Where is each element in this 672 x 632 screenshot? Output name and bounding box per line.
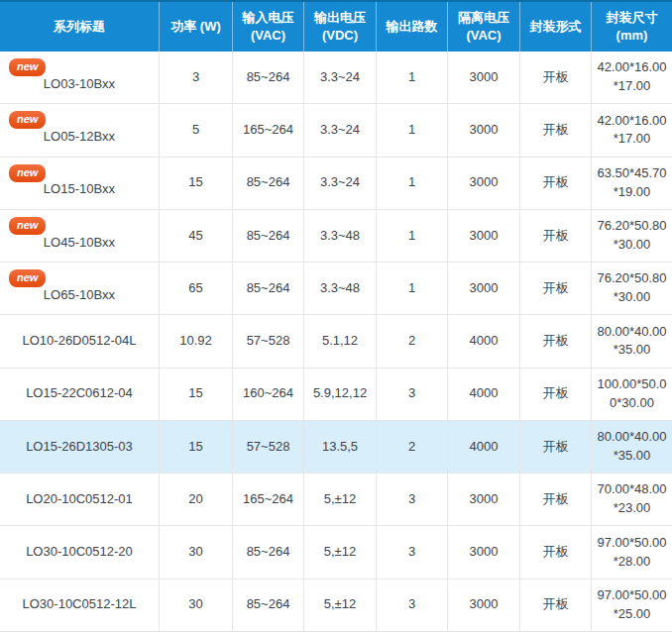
- cell-power: 3: [160, 52, 233, 104]
- cell-package-size: 76.20*50.80*30.00: [592, 210, 672, 263]
- cell-input-voltage: 85~264: [233, 158, 304, 210]
- cell-series[interactable]: new LO15-10Bxx: [0, 158, 160, 210]
- header-cell-isolation-voltage: 隔离电压 (VAC): [448, 2, 520, 52]
- cell-input-voltage: 85~264: [233, 526, 304, 579]
- cell-power: 30: [160, 579, 233, 632]
- cell-series[interactable]: new LO05-12Bxx: [0, 104, 160, 157]
- cell-output-voltage: 13.5,5: [304, 421, 377, 474]
- series-name: LO30-10C0512-20: [26, 543, 133, 562]
- series-name: LO30-10C0512-12L: [23, 595, 137, 614]
- cell-output-voltage: 3.3~48: [304, 210, 377, 263]
- cell-package-type: 开板: [520, 526, 592, 579]
- cell-output-voltage: 3.3~48: [304, 263, 377, 315]
- cell-series[interactable]: new LO65-10Bxx: [0, 263, 160, 315]
- cell-isolation-voltage: 3000: [448, 52, 520, 104]
- cell-package-size: 80.00*40.00*35.00: [592, 315, 672, 368]
- cell-series[interactable]: new LO15-26D1305-03: [0, 421, 160, 474]
- cell-series[interactable]: new LO45-10Bxx: [0, 210, 160, 263]
- table-row[interactable]: new LO15-10Bxx 15 85~264 3.3~24 1 3000 开…: [0, 158, 672, 210]
- series-name: LO15-10Bxx: [44, 180, 115, 199]
- cell-output-channels: 3: [377, 579, 448, 632]
- series-name: LO15-26D1305-03: [26, 438, 133, 457]
- cell-power: 15: [160, 421, 233, 474]
- cell-power: 45: [160, 210, 233, 263]
- cell-isolation-voltage: 4000: [448, 369, 520, 421]
- cell-package-size: 42.00*16.00*17.00: [592, 104, 672, 157]
- cell-series[interactable]: new LO15-22C0612-04: [0, 369, 160, 421]
- new-badge: new: [9, 217, 46, 235]
- table-row[interactable]: new LO65-10Bxx 65 85~264 3.3~48 1 3000 开…: [0, 263, 672, 315]
- cell-output-voltage: 5,±12: [304, 474, 377, 526]
- cell-input-voltage: 57~528: [233, 421, 304, 474]
- cell-series[interactable]: new LO30-10C0512-12L: [0, 579, 160, 632]
- cell-output-channels: 1: [377, 210, 448, 263]
- table-row[interactable]: new LO05-12Bxx 5 165~264 3.3~24 1 3000 开…: [0, 104, 672, 157]
- cell-power: 15: [160, 369, 233, 421]
- cell-isolation-voltage: 3000: [448, 263, 520, 315]
- cell-output-channels: 3: [377, 474, 448, 526]
- new-badge: new: [9, 164, 46, 182]
- cell-output-channels: 2: [377, 421, 448, 474]
- header-cell-power: 功率 (W): [160, 2, 233, 52]
- cell-series[interactable]: new LO10-26D0512-04L: [0, 315, 160, 368]
- cell-output-channels: 3: [377, 369, 448, 421]
- series-name: LO03-10Bxx: [44, 75, 115, 94]
- cell-package-size: 70.00*48.00*23.00: [592, 474, 672, 526]
- cell-input-voltage: 165~264: [233, 474, 304, 526]
- new-badge: new: [9, 269, 46, 287]
- cell-output-voltage: 5,±12: [304, 579, 377, 632]
- series-name: LO20-10C0512-01: [26, 490, 133, 509]
- cell-output-channels: 2: [377, 315, 448, 368]
- cell-input-voltage: 85~264: [233, 210, 304, 263]
- header-cell-input-voltage: 输入电压 (VAC): [233, 2, 304, 52]
- cell-package-size: 97.00*50.00*25.00: [592, 579, 672, 632]
- series-name: LO05-12Bxx: [44, 128, 115, 147]
- cell-output-voltage: 3.3~24: [304, 158, 377, 210]
- cell-package-type: 开板: [520, 421, 592, 474]
- header-cell-series: 系列标题: [0, 2, 160, 52]
- cell-output-voltage: 5.1,12: [304, 315, 377, 368]
- table-body: new LO03-10Bxx 3 85~264 3.3~24 1 3000 开板…: [0, 52, 672, 632]
- table-row[interactable]: new LO15-22C0612-04 15 160~264 5.9,12,12…: [0, 369, 672, 421]
- cell-input-voltage: 160~264: [233, 369, 304, 421]
- cell-power: 20: [160, 474, 233, 526]
- cell-series[interactable]: new LO20-10C0512-01: [0, 474, 160, 526]
- table-row[interactable]: new LO30-10C0512-20 30 85~264 5,±12 3 30…: [0, 526, 672, 579]
- cell-output-channels: 1: [377, 52, 448, 104]
- cell-output-channels: 1: [377, 158, 448, 210]
- table-row[interactable]: new LO15-26D1305-03 15 57~528 13.5,5 2 4…: [0, 421, 672, 474]
- cell-package-type: 开板: [520, 474, 592, 526]
- cell-isolation-voltage: 3000: [448, 526, 520, 579]
- cell-package-size: 76.20*50.80*30.00: [592, 263, 672, 315]
- header-cell-output-channels: 输出路数: [377, 2, 448, 52]
- header-cell-package-type: 封装形式: [520, 2, 592, 52]
- cell-package-size: 63.50*45.70*19.00: [592, 158, 672, 210]
- cell-output-voltage: 5.9,12,12: [304, 369, 377, 421]
- cell-input-voltage: 85~264: [233, 52, 304, 104]
- cell-input-voltage: 85~264: [233, 263, 304, 315]
- table-row[interactable]: new LO30-10C0512-12L 30 85~264 5,±12 3 3…: [0, 579, 672, 632]
- cell-package-size: 80.00*40.00*35.00: [592, 421, 672, 474]
- table-row[interactable]: new LO20-10C0512-01 20 165~264 5,±12 3 3…: [0, 474, 672, 526]
- cell-isolation-voltage: 3000: [448, 104, 520, 157]
- series-name: LO65-10Bxx: [44, 286, 115, 305]
- cell-power: 30: [160, 526, 233, 579]
- cell-output-voltage: 5,±12: [304, 526, 377, 579]
- cell-package-type: 开板: [520, 210, 592, 263]
- cell-output-voltage: 3.3~24: [304, 52, 377, 104]
- table-row[interactable]: new LO45-10Bxx 45 85~264 3.3~48 1 3000 开…: [0, 210, 672, 263]
- cell-isolation-voltage: 3000: [448, 579, 520, 632]
- table-header: 系列标题 功率 (W) 输入电压 (VAC) 输出电压 (VDC) 输出路数 隔…: [0, 0, 672, 52]
- cell-series[interactable]: new LO03-10Bxx: [0, 52, 160, 104]
- cell-package-type: 开板: [520, 104, 592, 157]
- table-row[interactable]: new LO10-26D0512-04L 10.92 57~528 5.1,12…: [0, 315, 672, 368]
- table-row[interactable]: new LO03-10Bxx 3 85~264 3.3~24 1 3000 开板…: [0, 52, 672, 104]
- cell-power: 65: [160, 263, 233, 315]
- cell-series[interactable]: new LO30-10C0512-20: [0, 526, 160, 579]
- cell-package-type: 开板: [520, 579, 592, 632]
- cell-input-voltage: 85~264: [233, 579, 304, 632]
- product-spec-table: 系列标题 功率 (W) 输入电压 (VAC) 输出电压 (VDC) 输出路数 隔…: [0, 0, 672, 632]
- cell-power: 10.92: [160, 315, 233, 368]
- cell-input-voltage: 57~528: [233, 315, 304, 368]
- cell-output-channels: 1: [377, 263, 448, 315]
